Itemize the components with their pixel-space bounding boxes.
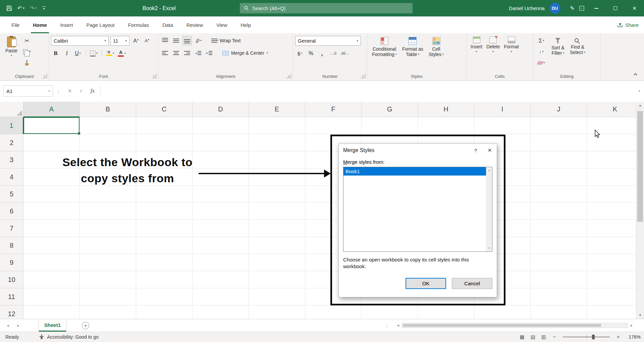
cell-B10[interactable] (80, 271, 136, 288)
font-color-button[interactable]: A▾ (117, 49, 127, 58)
column-header-B[interactable]: B (80, 102, 136, 117)
cell-E1[interactable] (249, 117, 305, 134)
select-all-button[interactable] (0, 102, 23, 117)
dialog-help-button[interactable]: ? (469, 144, 483, 157)
cell-C2[interactable] (136, 134, 193, 151)
cell-E6[interactable] (249, 203, 305, 220)
conditional-formatting-button[interactable]: Conditional Formatting▾ (369, 36, 399, 71)
column-header-H[interactable]: H (418, 102, 474, 117)
column-header-K[interactable]: K (587, 102, 643, 117)
cell-C10[interactable] (136, 271, 193, 288)
format-cells-button[interactable]: Format ▾ (502, 36, 521, 71)
zoom-percentage[interactable]: 176% (627, 334, 641, 340)
horizontal-scrollbar[interactable]: ◄ ► (394, 322, 635, 330)
cell-A5[interactable] (23, 186, 80, 203)
cell-B7[interactable] (80, 220, 136, 237)
row-header-6[interactable]: 6 (0, 203, 23, 220)
cell-D12[interactable] (193, 305, 249, 319)
zoom-in-button[interactable]: + (616, 334, 621, 340)
merge-center-button[interactable]: Merge & Center▾ (220, 49, 270, 57)
list-item-book1[interactable]: Book1 (343, 167, 486, 176)
cell-A8[interactable] (23, 237, 80, 254)
cell-K12[interactable] (587, 305, 643, 319)
cell-D6[interactable] (193, 203, 249, 220)
expand-formula-bar-button[interactable]: ▾ (635, 85, 644, 97)
copy-button[interactable]: ▾ (22, 47, 32, 56)
zoom-slider-thumb[interactable] (592, 335, 595, 339)
cell-C11[interactable] (136, 288, 193, 305)
cell-F1[interactable] (305, 117, 362, 134)
orientation-button[interactable]: ab▾ (194, 36, 203, 45)
cell-B8[interactable] (80, 237, 136, 254)
paste-button[interactable]: Paste ▾ (2, 36, 21, 71)
tab-page-layout[interactable]: Page Layout (79, 16, 121, 33)
align-center-button[interactable] (171, 48, 181, 58)
cell-B11[interactable] (80, 288, 136, 305)
scroll-left-icon[interactable]: ◄ (394, 324, 402, 327)
cell-E12[interactable] (249, 305, 305, 319)
cell-J8[interactable] (531, 237, 587, 254)
formula-bar-handle[interactable]: ⋮ (56, 89, 61, 94)
alignment-dialog-launcher[interactable]: ↘ (286, 74, 291, 78)
cell-A6[interactable] (23, 203, 80, 220)
tab-scroll-divider[interactable]: ⋮ (384, 323, 389, 328)
number-dialog-launcher[interactable]: ↘ (361, 74, 365, 78)
cell-B12[interactable] (80, 305, 136, 319)
cell-J11[interactable] (531, 288, 587, 305)
cell-A1[interactable] (23, 117, 80, 134)
insert-function-button[interactable]: fx (87, 85, 98, 97)
cell-D2[interactable] (193, 134, 249, 151)
row-header-10[interactable]: 10 (0, 271, 23, 288)
cell-E3[interactable] (249, 151, 305, 168)
next-sheet-icon[interactable]: ► (16, 324, 20, 328)
cell-B9[interactable] (80, 254, 136, 271)
cell-J2[interactable] (531, 134, 587, 151)
row-header-9[interactable]: 9 (0, 254, 23, 271)
formula-input[interactable] (100, 85, 635, 97)
bold-button[interactable]: B (51, 49, 60, 58)
save-button[interactable] (4, 4, 14, 12)
cell-K3[interactable] (587, 151, 643, 168)
accounting-format-button[interactable]: $▾ (295, 49, 305, 58)
row-header-11[interactable]: 11 (0, 288, 23, 305)
cancel-button[interactable]: Cancel (452, 278, 492, 289)
listbox-scrollbar[interactable]: ▲ ▼ (486, 167, 492, 251)
whats-new-button[interactable]: ✎ (568, 4, 577, 12)
percent-style-button[interactable]: % (306, 49, 316, 58)
bottom-align-button[interactable] (182, 36, 192, 45)
horizontal-scroll-track[interactable] (402, 323, 628, 328)
cell-H12[interactable] (418, 305, 474, 319)
ribbon-display-options-button[interactable] (577, 4, 587, 12)
cell-E4[interactable] (249, 168, 305, 186)
accessibility-status[interactable]: Accessibility: Good to go (39, 334, 98, 340)
cell-J6[interactable] (531, 203, 587, 220)
column-header-A[interactable]: A (23, 102, 80, 117)
middle-align-button[interactable] (171, 36, 181, 45)
cell-G12[interactable] (362, 305, 418, 319)
cell-C1[interactable] (136, 117, 193, 134)
cell-C9[interactable] (136, 254, 193, 271)
decrease-indent-button[interactable] (194, 48, 203, 58)
scroll-right-icon[interactable]: ► (628, 324, 635, 327)
share-button[interactable]: Share (617, 16, 639, 33)
dialog-title-bar[interactable]: Merge Styles ? ✕ (339, 144, 497, 157)
cell-D9[interactable] (193, 254, 249, 271)
cell-I12[interactable] (474, 305, 531, 319)
page-break-preview-button[interactable]: ▥ (541, 334, 546, 340)
cut-button[interactable]: ✂ (22, 36, 32, 45)
column-header-D[interactable]: D (193, 102, 249, 117)
page-layout-view-button[interactable]: ▤ (531, 334, 535, 340)
number-format-select[interactable]: General▾ (295, 36, 361, 46)
increase-decimal-button[interactable]: .0 (328, 49, 338, 58)
delete-cells-button[interactable]: Delete ▾ (484, 36, 502, 71)
row-header-7[interactable]: 7 (0, 220, 23, 237)
format-painter-button[interactable] (22, 58, 32, 67)
row-header-12[interactable]: 12 (0, 305, 23, 319)
underline-button[interactable]: U▾ (73, 49, 83, 58)
scroll-up-icon[interactable]: ▲ (636, 104, 644, 107)
vertical-scroll-thumb[interactable] (637, 111, 643, 222)
cell-E7[interactable] (249, 220, 305, 237)
column-header-F[interactable]: F (305, 102, 362, 117)
cell-A10[interactable] (23, 271, 80, 288)
maximize-button[interactable] (606, 0, 625, 16)
